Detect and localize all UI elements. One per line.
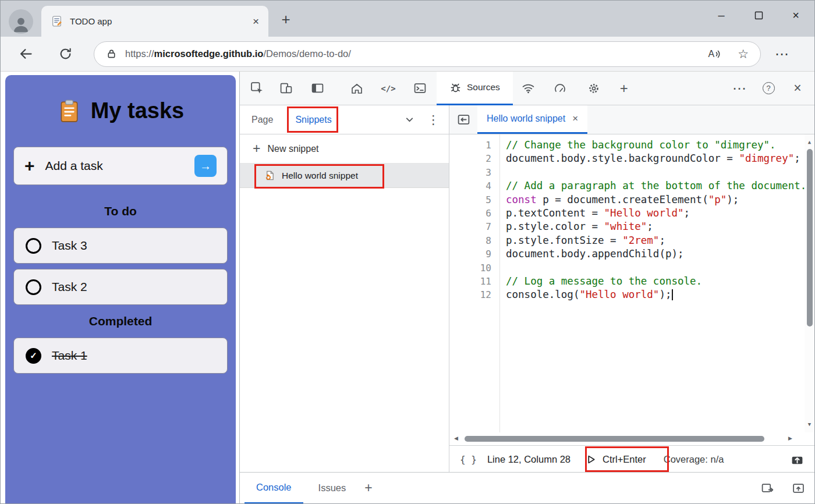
favorite-star-icon[interactable]: ☆ — [738, 47, 749, 61]
scroll-up-icon[interactable]: ▲ — [808, 140, 811, 145]
line-number[interactable]: 7 — [449, 220, 499, 233]
url-scheme: https:// — [125, 48, 154, 59]
vertical-scroll-thumb[interactable] — [807, 149, 813, 326]
task-checkbox-unchecked[interactable] — [26, 238, 41, 254]
new-tab-button[interactable]: + — [277, 10, 295, 29]
code-line[interactable]: // Add a paragraph at the bottom of the … — [506, 179, 814, 193]
kebab-menu-icon[interactable]: ⋮ — [427, 113, 440, 127]
code-line[interactable]: // Log a message to the console. — [506, 275, 814, 288]
navigator-tab-page[interactable]: Page — [251, 115, 273, 125]
tab-settings-tool[interactable] — [584, 79, 604, 98]
chevron-down-icon[interactable] — [405, 115, 414, 125]
refresh-button[interactable] — [58, 47, 73, 61]
line-number[interactable]: 5 — [449, 193, 499, 207]
play-icon — [586, 454, 597, 465]
minimize-button[interactable]: – — [703, 1, 740, 30]
pretty-print-button[interactable]: { } — [460, 454, 477, 465]
profile-avatar[interactable] — [9, 9, 33, 34]
tab-welcome[interactable] — [347, 79, 367, 98]
line-number[interactable]: 8 — [449, 234, 499, 247]
code-line[interactable]: p.style.fontSize = "2rem"; — [506, 234, 814, 247]
add-task-label: Add a task — [45, 159, 103, 173]
devtools-menu-icon[interactable]: ⋯ — [729, 79, 749, 98]
tab-sources-active[interactable]: Sources — [437, 72, 513, 105]
line-number[interactable]: 3 — [449, 166, 499, 179]
code-line[interactable]: const p = document.createElement("p"); — [506, 193, 814, 207]
browser-tab[interactable]: TODO app × — [41, 6, 268, 37]
add-plus-icon: + — [24, 157, 35, 175]
horizontal-scrollbar[interactable]: ◀ ▶ — [449, 432, 814, 445]
tab-performance[interactable] — [550, 79, 570, 98]
drawer-tab-issues[interactable]: Issues — [307, 473, 358, 504]
code-line[interactable]: console.log("Hello world"); — [506, 288, 814, 301]
tab-elements[interactable]: </> — [378, 79, 398, 98]
line-number[interactable]: 2 — [449, 152, 499, 165]
todo-header: My tasks — [5, 75, 236, 123]
completed-task-row[interactable]: ✓ Task 1 — [13, 338, 228, 374]
add-task-submit-button[interactable]: → — [194, 155, 217, 177]
editor-status-bar: { } Line 12, Column 28 Ctrl+Enter Covera… — [449, 445, 814, 473]
line-number[interactable]: 11 — [449, 275, 499, 288]
line-number[interactable]: 9 — [449, 247, 499, 261]
home-icon — [350, 82, 363, 95]
drawer-tab-console[interactable]: Console — [245, 473, 303, 504]
task-row[interactable]: Task 3 — [13, 228, 228, 264]
snippet-file-icon — [264, 170, 275, 181]
code-line[interactable] — [506, 166, 814, 179]
line-number[interactable]: 10 — [449, 261, 499, 275]
code-line[interactable] — [506, 261, 814, 275]
scroll-right-icon[interactable]: ▶ — [788, 436, 792, 441]
task-checkbox-checked[interactable]: ✓ — [26, 348, 41, 364]
deploy-button[interactable] — [791, 453, 804, 466]
code-line[interactable]: document.body.style.backgroundColor = "d… — [506, 152, 814, 165]
person-icon — [11, 14, 31, 34]
code-line[interactable]: p.style.color = "white"; — [506, 220, 814, 233]
close-window-button[interactable]: × — [777, 1, 814, 30]
line-number[interactable]: 1 — [449, 139, 499, 152]
task-label: Task 1 — [52, 349, 87, 363]
run-snippet-button[interactable]: Ctrl+Enter — [586, 454, 646, 465]
horizontal-scroll-thumb[interactable] — [465, 436, 764, 442]
add-task-field[interactable]: + Add a task → — [13, 147, 228, 185]
inspect-element-button[interactable] — [247, 79, 267, 98]
code-line[interactable]: // Change the background color to "dimgr… — [506, 139, 814, 152]
new-snippet-button[interactable]: + New snippet — [240, 134, 449, 164]
read-aloud-icon[interactable]: A — [708, 48, 722, 60]
editor-tab-close-icon[interactable]: × — [572, 113, 578, 125]
tab-close-icon[interactable]: × — [253, 15, 259, 28]
task-checkbox-unchecked[interactable] — [26, 279, 41, 295]
scroll-left-icon[interactable]: ◀ — [454, 436, 458, 441]
more-tools-button[interactable]: + — [614, 79, 634, 98]
close-devtools-button[interactable]: × — [788, 79, 807, 98]
tab-console[interactable] — [410, 79, 430, 98]
code-line[interactable]: document.body.appendChild(p); — [506, 247, 814, 261]
editor-tab-active[interactable]: Hello world snippet × — [477, 105, 587, 134]
line-number[interactable]: 4 — [449, 179, 499, 193]
device-emulation-button[interactable] — [276, 79, 296, 98]
sound-waves-icon — [715, 48, 721, 60]
activity-bar-toggle-button[interactable] — [307, 79, 327, 98]
navigator-tab-snippets[interactable]: Snippets — [295, 115, 331, 125]
tab-network[interactable] — [519, 79, 538, 98]
devtools-panel: </> Sources + ⋯ — [239, 72, 814, 503]
expand-drawer-icon[interactable] — [792, 481, 805, 495]
line-number[interactable]: 12 — [449, 288, 499, 301]
browser-menu-icon[interactable]: ⋯ — [775, 46, 789, 62]
maximize-button[interactable] — [740, 1, 777, 30]
scroll-down-icon[interactable]: ▼ — [808, 422, 811, 427]
task-row[interactable]: Task 2 — [13, 269, 228, 305]
hide-navigator-button[interactable] — [449, 105, 477, 134]
tab-strip: TODO app × + – × — [1, 1, 814, 37]
snippet-list-item-selected[interactable]: Hello world snippet — [240, 164, 449, 188]
line-number[interactable]: 6 — [449, 207, 499, 220]
bug-icon — [449, 81, 462, 94]
vertical-scrollbar[interactable]: ▲ ▼ — [805, 134, 814, 432]
help-button[interactable]: ? — [759, 79, 778, 98]
code-line[interactable]: p.textContent = "Hello world"; — [506, 207, 814, 220]
url-field[interactable]: https://microsoftedge.github.io/Demos/de… — [94, 41, 761, 67]
add-drawer-tab-button[interactable]: + — [364, 480, 372, 496]
page-content: My tasks + Add a task → To do Task 3 Tas… — [1, 72, 814, 503]
move-drawer-icon[interactable] — [761, 481, 774, 495]
back-button[interactable] — [18, 46, 34, 62]
code-editor[interactable]: 123456789101112 // Change the background… — [449, 134, 814, 432]
